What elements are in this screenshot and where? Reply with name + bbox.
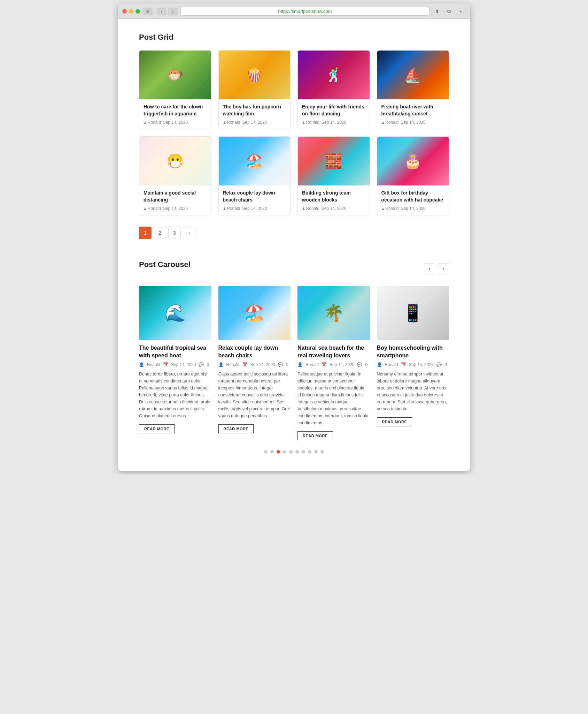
maximize-button[interactable] (136, 9, 140, 14)
carousel-card-image: 📱 (377, 286, 449, 340)
carousel-dot-5[interactable] (295, 450, 299, 454)
page-content: Post Grid 🐡 How to care for the clown tr… (118, 19, 470, 471)
carousel-card-title: Boy homeschooling with smartphone (377, 344, 449, 359)
carousel-card-excerpt: Pellentesque et pulvinar ligula. In effi… (297, 371, 370, 426)
post-card-author: Ronald (223, 120, 240, 125)
carousel-card-date: Sep 14, 2020 (250, 362, 275, 367)
read-more-button[interactable]: READ MORE (297, 431, 333, 440)
post-card[interactable]: 🏖️ Relax couple lay down beach chairs Ro… (218, 136, 291, 215)
post-card-body: Relax couple lay down beach chairs Ronal… (219, 185, 291, 215)
post-card[interactable]: ⛵ Fishing boat river with breathtaking s… (377, 50, 449, 129)
carousel-card-image: 🏖️ (218, 286, 291, 340)
carousel-card-excerpt: Class aptent taciti sociosqu ad litora t… (218, 371, 291, 419)
post-card-author: Ronald (144, 120, 161, 125)
carousel-card-date: Sep 14, 2020 (409, 362, 434, 367)
read-more-button[interactable]: READ MORE (218, 424, 254, 433)
carousel-dot-3[interactable] (283, 450, 286, 454)
carousel-card-excerpt: Donec tortor libero, ornare eget nisi a,… (139, 371, 211, 419)
post-card-title: The boy has fun popcorn watching film (223, 104, 286, 117)
post-card[interactable]: 🐡 How to care for the clown triggerfish … (139, 50, 211, 129)
page-button-1[interactable]: 1 (139, 227, 152, 239)
browser-chrome: ⊞ ‹ › https://smartpostshow.com ⬆ ⧉ ＋ (118, 3, 470, 19)
carousel-card-image: 🌊 (139, 286, 211, 340)
carousel-card-date: Sep 14, 2020 (171, 362, 196, 367)
minimize-button[interactable] (129, 9, 133, 14)
carousel-card-author: Ronald (147, 362, 160, 367)
post-card-meta: Ronald Sep 14, 2020 (223, 206, 286, 211)
post-card-author: Ronald (144, 206, 161, 211)
carousel-author-icon: 👤 (139, 362, 144, 367)
back-button[interactable]: ‹ (157, 8, 167, 15)
carousel-dot-9[interactable] (320, 450, 324, 454)
post-card-date: Sep 14, 2020 (242, 206, 267, 211)
post-card-image: 🕺 (298, 51, 370, 99)
post-card-date: Sep 14, 2020 (163, 120, 188, 125)
post-card[interactable]: 🧱 Building strong team wooden blocks Ron… (297, 136, 370, 215)
carousel-card-comments: 0 (286, 362, 288, 367)
carousel-dot-1[interactable] (270, 450, 274, 454)
post-card-image: 🏖️ (219, 137, 291, 185)
post-card-meta: Ronald Sep 14, 2020 (144, 206, 207, 211)
post-card-body: The boy has fun popcorn watching film Ro… (219, 99, 291, 129)
carousel-date-icon: 📅 (322, 362, 327, 367)
post-card-author: Ronald (223, 206, 240, 211)
post-card-image: 🐡 (139, 51, 211, 99)
carousel-dot-2[interactable] (277, 450, 280, 454)
pagination-next-button[interactable]: › (183, 227, 195, 239)
share-button[interactable]: ⬆ (432, 8, 442, 15)
post-card-date: Sep 14, 2020 (242, 120, 267, 125)
post-grid-title: Post Grid (139, 33, 449, 42)
carousel-nav: ‹ › (424, 263, 449, 274)
post-card[interactable]: 😷 Maintain a good social distancing Rona… (139, 136, 211, 215)
carousel-next-button[interactable]: › (438, 263, 449, 274)
carousel-dot-4[interactable] (289, 450, 293, 454)
carousel-dot-8[interactable] (314, 450, 318, 454)
post-card-body: Gift box for birthday occasion with hat … (377, 185, 449, 215)
carousel-card-meta: 👤 Ronald 📅 Sep 14, 2020 💬 0 (377, 362, 449, 367)
carousel-card-comments: 0 (207, 362, 209, 367)
carousel-dot-7[interactable] (308, 450, 311, 454)
post-card-author: Ronald (381, 120, 399, 125)
carousel-header: Post Carousel ‹ › (139, 260, 449, 278)
post-card-title: Fishing boat river with breathtaking sun… (381, 104, 445, 117)
new-tab-button[interactable]: ⧉ (444, 8, 454, 15)
carousel-dot-6[interactable] (302, 450, 305, 454)
read-more-button[interactable]: READ MORE (139, 424, 175, 433)
browser-window: ⊞ ‹ › https://smartpostshow.com ⬆ ⧉ ＋ Po… (118, 3, 470, 471)
post-card-meta: Ronald Sep 14, 2020 (223, 120, 286, 125)
post-card-image: 😷 (139, 137, 211, 185)
carousel-card-author: Ronald (305, 362, 319, 367)
url-bar[interactable]: https://smartpostshow.com (180, 7, 430, 16)
url-secure: https:// (278, 9, 292, 14)
close-button[interactable] (122, 9, 127, 14)
carousel-prev-button[interactable]: ‹ (424, 263, 435, 274)
carousel-author-icon: 👤 (377, 362, 382, 367)
post-card-date: Sep 14, 2020 (322, 120, 346, 125)
post-card-image: 🍿 (219, 51, 291, 99)
forward-button[interactable]: › (168, 8, 178, 15)
post-card-image: 🎂 (377, 137, 449, 185)
sidebar-toggle-button[interactable]: ⊞ (143, 8, 153, 15)
carousel-card-title: The beautiful tropical sea with speed bo… (139, 344, 211, 359)
post-card-author: Ronald (381, 206, 399, 211)
carousel-card-excerpt: Nonumy eirmod tempor invidunt ut labore … (377, 371, 449, 412)
post-card-meta: Ronald Sep 14, 2020 (302, 120, 365, 125)
carousel-card: 🌴 Natural sea beach for the real traveli… (297, 286, 370, 440)
post-card-body: Maintain a good social distancing Ronald… (139, 185, 211, 215)
post-card-meta: Ronald Sep 14, 2020 (381, 206, 445, 211)
post-card[interactable]: 🎂 Gift box for birthday occasion with ha… (377, 136, 449, 215)
carousel-dot-0[interactable] (264, 450, 268, 454)
post-card-title: Relax couple lay down beach chairs (223, 190, 286, 203)
carousel-date-icon: 📅 (242, 362, 248, 367)
post-card-author: Ronald (302, 206, 319, 211)
read-more-button[interactable]: READ MORE (377, 417, 412, 426)
carousel-card-title: Natural sea beach for the real traveling… (297, 344, 370, 359)
page-button-2[interactable]: 2 (154, 227, 166, 239)
post-card[interactable]: 🕺 Enjoy your life with friends on floor … (297, 50, 370, 129)
page-button-3[interactable]: 3 (168, 227, 181, 239)
post-card[interactable]: 🍿 The boy has fun popcorn watching film … (218, 50, 291, 129)
carousel-comment-icon: 💬 (278, 362, 283, 367)
post-card-meta: Ronald Sep 14, 2020 (381, 120, 445, 125)
add-button[interactable]: ＋ (456, 8, 466, 15)
carousel-comment-icon: 💬 (436, 362, 442, 367)
